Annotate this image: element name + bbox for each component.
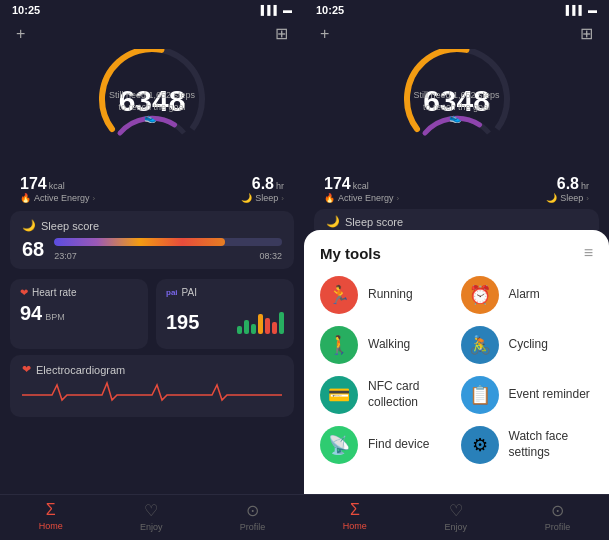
nav-home-right[interactable]: Σ Home — [343, 501, 367, 532]
energy-unit-right: kcal — [353, 181, 369, 191]
running-label: Running — [368, 287, 413, 303]
nav-profile-left[interactable]: ⊙ Profile — [240, 501, 266, 532]
pai-title-left: pai PAI — [166, 287, 284, 298]
event-reminder-icon-circle: 📋 — [461, 376, 499, 414]
bottom-nav-left: Σ Home ♡ Enjoy ⊙ Profile — [0, 494, 304, 540]
sleep-score-card-left[interactable]: 🌙 Sleep score 68 23:07 08:32 — [10, 211, 294, 269]
walking-label: Walking — [368, 337, 410, 353]
nav-enjoy-left[interactable]: ♡ Enjoy — [140, 501, 163, 532]
sleep-stat-left[interactable]: 6.8 hr 🌙 Sleep › — [241, 175, 284, 203]
battery-icon: ▬ — [283, 5, 292, 15]
alarm-label: Alarm — [509, 287, 540, 303]
status-time-left: 10:25 — [12, 4, 40, 16]
sleep-label-right: Sleep — [560, 193, 583, 203]
nav-home-left[interactable]: Σ Home — [39, 501, 63, 532]
fire-icon-right: 🔥 — [324, 193, 335, 203]
energy-value-left: 174 — [20, 175, 47, 193]
top-header-left: + ⊞ — [0, 20, 304, 45]
find-device-icon-circle: 📡 — [320, 426, 358, 464]
step-circle-right: 👟 6348 Still need 1,652 steps to reach t… — [397, 49, 517, 149]
watch-face-label: Watch face settings — [509, 429, 594, 460]
status-bar-right: 10:25 ▌▌▌ ▬ — [304, 0, 609, 20]
status-bar-left: 10:25 ▌▌▌ ▬ — [0, 0, 304, 20]
profile-icon-left: ⊙ — [246, 501, 259, 520]
status-time-right: 10:25 — [316, 4, 344, 16]
heart-icon-left: ❤ — [20, 287, 28, 298]
moon-icon-right: 🌙 — [546, 193, 557, 203]
tool-event-reminder[interactable]: 📋 Event reminder — [461, 376, 594, 414]
fire-icon-left: 🔥 — [20, 193, 31, 203]
step-subtitle-right: Still need 1,652 steps to reach the goal — [412, 90, 502, 113]
home-icon-left: Σ — [46, 501, 56, 519]
sleep-stat-right[interactable]: 6.8 hr 🌙 Sleep › — [546, 175, 589, 203]
alarm-icon: ⏰ — [469, 284, 491, 306]
event-reminder-label: Event reminder — [509, 387, 590, 403]
menu-dots-icon[interactable]: ≡ — [584, 244, 593, 262]
overlay-header: My tools ≡ — [320, 244, 593, 262]
sleep-value-left: 6.8 — [252, 175, 274, 193]
pai-card-left[interactable]: pai PAI 195 — [156, 279, 294, 349]
sleep-unit-left: hr — [276, 181, 284, 191]
energy-label-left: Active Energy — [34, 193, 90, 203]
ecg-card-left[interactable]: ❤ Electrocardiogram — [10, 355, 294, 417]
sleep-start-left: 23:07 — [54, 251, 77, 261]
add-icon-right[interactable]: + — [320, 25, 329, 43]
moon-small-icon-right: 🌙 — [326, 215, 340, 228]
tool-find-device[interactable]: 📡 Find device — [320, 426, 453, 464]
energy-chevron-right: › — [397, 194, 400, 203]
tool-nfc[interactable]: 💳 NFC card collection — [320, 376, 453, 414]
pai-logo-left: pai — [166, 288, 178, 297]
home-icon-right: Σ — [350, 501, 360, 519]
right-panel: 10:25 ▌▌▌ ▬ + ⊞ 👟 6348 Still need 1,652 … — [304, 0, 609, 540]
energy-label-right: Active Energy — [338, 193, 394, 203]
sleep-times-left: 23:07 08:32 — [54, 251, 282, 261]
sleep-bar-fill-left — [54, 238, 225, 246]
alarm-icon-circle: ⏰ — [461, 276, 499, 314]
energy-stat-left[interactable]: 174 kcal 🔥 Active Energy › — [20, 175, 95, 203]
tool-walking[interactable]: 🚶 Walking — [320, 326, 453, 364]
battery-icon-right: ▬ — [588, 5, 597, 15]
tool-running[interactable]: 🏃 Running — [320, 276, 453, 314]
grid-icon-right[interactable]: ⊞ — [580, 24, 593, 43]
tool-alarm[interactable]: ⏰ Alarm — [461, 276, 594, 314]
step-circle-area-left: 👟 6348 Still need 1,652 steps to reach t… — [0, 49, 304, 169]
profile-label-left: Profile — [240, 522, 266, 532]
bpm-unit-left: BPM — [45, 312, 65, 322]
tool-cycling[interactable]: 🚴 Cycling — [461, 326, 594, 364]
event-reminder-icon: 📋 — [469, 384, 491, 406]
bottom-nav-right: Σ Home ♡ Enjoy ⊙ Profile — [304, 494, 609, 540]
walking-icon-circle: 🚶 — [320, 326, 358, 364]
signal-icon: ▌▌▌ — [261, 5, 280, 15]
enjoy-icon-left: ♡ — [144, 501, 158, 520]
grid-icon-left[interactable]: ⊞ — [275, 24, 288, 43]
sleep-bar-left — [54, 238, 282, 246]
nav-enjoy-right[interactable]: ♡ Enjoy — [444, 501, 467, 532]
left-panel: 10:25 ▌▌▌ ▬ + ⊞ 👟 6348 Still need 1,652 … — [0, 0, 304, 540]
nav-profile-right[interactable]: ⊙ Profile — [545, 501, 571, 532]
heart-rate-value-left: 94 — [20, 302, 42, 325]
bottom-cards-left: ❤ Heart rate 94 BPM pai PAI 195 — [0, 279, 304, 349]
heart-rate-card-left[interactable]: ❤ Heart rate 94 BPM — [10, 279, 148, 349]
step-circle-left: 👟 6348 Still need 1,652 steps to reach t… — [92, 49, 212, 149]
signal-icon-right: ▌▌▌ — [566, 5, 585, 15]
watch-face-icon: ⚙ — [472, 434, 488, 456]
ecg-title-left: ❤ Electrocardiogram — [22, 363, 282, 376]
pai-value-left: 195 — [166, 311, 199, 334]
cycling-icon-circle: 🚴 — [461, 326, 499, 364]
cycling-icon: 🚴 — [469, 334, 491, 356]
tool-watch-face[interactable]: ⚙ Watch face settings — [461, 426, 594, 464]
sleep-unit-right: hr — [581, 181, 589, 191]
energy-stat-right[interactable]: 174 kcal 🔥 Active Energy › — [324, 175, 399, 203]
sleep-score-title-right: 🌙 Sleep score — [326, 215, 587, 228]
add-icon-left[interactable]: + — [16, 25, 25, 43]
stats-row-right: 174 kcal 🔥 Active Energy › 6.8 hr 🌙 Slee… — [304, 169, 609, 205]
sleep-score-title-left: 🌙 Sleep score — [22, 219, 282, 232]
my-tools-title: My tools — [320, 245, 381, 262]
energy-unit-left: kcal — [49, 181, 65, 191]
step-subtitle-left: Still need 1,652 steps to reach the goal — [107, 90, 197, 113]
status-icons-right: ▌▌▌ ▬ — [566, 5, 597, 15]
moon-icon-left: 🌙 — [241, 193, 252, 203]
enjoy-label-right: Enjoy — [444, 522, 467, 532]
nfc-label: NFC card collection — [368, 379, 453, 410]
find-device-label: Find device — [368, 437, 429, 453]
